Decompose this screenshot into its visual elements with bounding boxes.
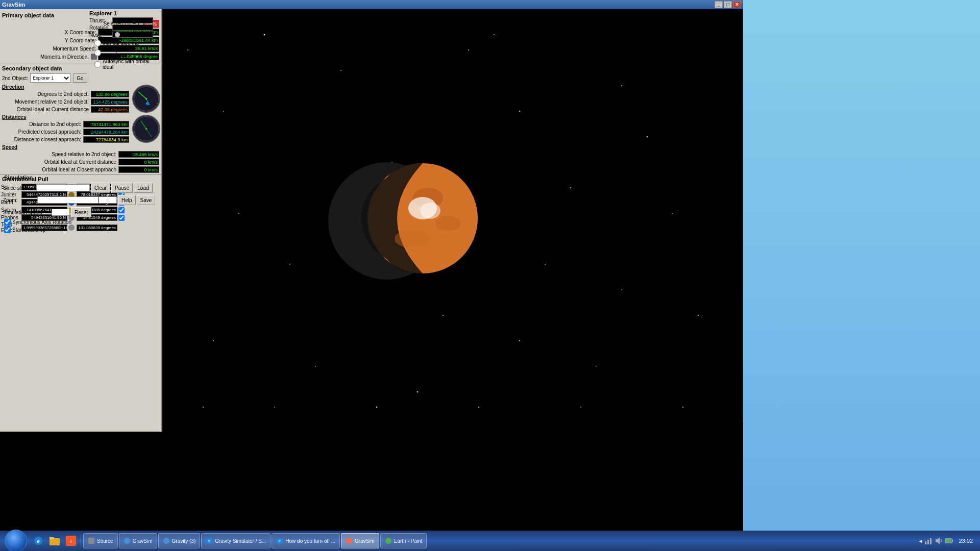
- load-button[interactable]: Load: [134, 183, 152, 193]
- autosync-movement-label: Autosync with movement: [103, 47, 156, 58]
- svg-point-24: [545, 264, 546, 265]
- svg-rect-68: [946, 539, 951, 542]
- start-orb: [5, 530, 27, 551]
- svg-point-17: [621, 85, 622, 86]
- svg-point-10: [223, 111, 224, 112]
- autosync-movement-radio[interactable]: [94, 49, 101, 56]
- stars-background: [162, 9, 743, 432]
- tray-expand[interactable]: ◄: [918, 538, 923, 544]
- network-icon: [924, 536, 933, 545]
- since-start-input[interactable]: 0 Yrs, 0 Days 1:50:54: [36, 184, 90, 191]
- svg-rect-63: [927, 540, 929, 544]
- reset-button[interactable]: Reset: [71, 207, 91, 217]
- sim-speed-row: Simulation speed: 0.02 Reset: [2, 206, 159, 218]
- distances-title: Distances: [0, 114, 131, 120]
- go-button[interactable]: Go: [73, 73, 87, 83]
- distances-area: Distances Distance to 2nd object: 787414…: [0, 114, 161, 144]
- svg-rect-50: [50, 537, 54, 539]
- movement-label: Movement relative to 2nd object:: [2, 99, 91, 105]
- help-button[interactable]: Help: [118, 195, 136, 205]
- taskbar: e ♪ Source GravSim Gravity (3) e Gravity…: [0, 531, 980, 551]
- titlebar-title: GravSim: [2, 2, 25, 8]
- save-button[interactable]: Save: [137, 195, 156, 205]
- sync-axis-checkbox[interactable]: [4, 219, 11, 226]
- rotation-label: Rotation:: [89, 25, 112, 31]
- svg-point-43: [435, 216, 461, 231]
- taskbar-btn-source[interactable]: Source: [83, 533, 118, 548]
- sync-axis-row[interactable]: Syncronious Axis Rotation: [2, 218, 159, 226]
- minimize-button[interactable]: _: [715, 1, 723, 8]
- svg-rect-62: [925, 541, 926, 544]
- steering-options: Manual steering Autosync with movement A…: [89, 39, 161, 71]
- second-obj-label: 2nd Object:: [2, 76, 28, 81]
- svg-point-16: [570, 187, 571, 188]
- svg-point-60: [346, 538, 352, 544]
- speed-rel-row: Speed relative to 2nd object: 18.466 km/…: [0, 151, 161, 158]
- sim-speed-label: Simulation speed:: [3, 210, 52, 215]
- zoom-value[interactable]: 0.038: [99, 196, 117, 204]
- taskbar-icon-ie[interactable]: e: [31, 533, 46, 548]
- zoom-label: Zoom:: [3, 197, 36, 203]
- taskbar-icon-music[interactable]: ♪: [63, 533, 79, 548]
- zoom-bar[interactable]: [37, 196, 99, 204]
- clear-button[interactable]: Clear: [91, 183, 110, 193]
- close-button[interactable]: ✕: [733, 1, 741, 8]
- autosync-orbital-row[interactable]: Autosync with orbital ideal: [94, 59, 156, 70]
- nose-dot: [115, 32, 120, 37]
- explorer-panel: Explorer 1 Thrust: Rotation: Nose:: [89, 10, 161, 71]
- nose-row: Nose:: [89, 32, 161, 38]
- svg-point-23: [494, 34, 495, 35]
- autosync-movement-row[interactable]: Autosync with movement: [94, 47, 156, 58]
- stars-backdrop-row[interactable]: StarsBackdrop: [2, 226, 159, 234]
- direction-title: Direction: [0, 84, 131, 90]
- svg-marker-65: [936, 537, 940, 544]
- taskbar-btn-gravity-sim[interactable]: e Gravity Simulator / S...: [201, 533, 271, 548]
- zoom-row: Zoom: 0.038 Help Save: [2, 194, 159, 206]
- svg-point-31: [519, 340, 520, 341]
- taskbar-label-gravsim: GravSim: [133, 538, 153, 544]
- taskbar-time: 23:02: [955, 537, 976, 545]
- thrust-bar: [112, 17, 153, 23]
- svg-point-61: [385, 538, 391, 544]
- taskbar-icon-folder[interactable]: [47, 533, 62, 548]
- movement-row: Movement relative to 2nd object: 114.425…: [0, 98, 131, 106]
- taskbar-label-gravsim-active: GravSim: [355, 538, 375, 544]
- orbital-row: Orbital Ideal at Current distance 42.08 …: [0, 106, 131, 113]
- second-object-row: 2nd Object: Explorer 1 Go: [0, 72, 161, 84]
- sim-speed-value[interactable]: 0.02: [52, 209, 70, 216]
- second-obj-select[interactable]: Explorer 1: [30, 73, 71, 83]
- svg-rect-53: [88, 538, 94, 544]
- movement-value: 114.425 degrees: [91, 98, 129, 105]
- svg-point-33: [203, 407, 204, 408]
- degrees-row: Degrees to 2nd object: 132.88 degrees: [0, 90, 131, 98]
- taskbar-btn-earth-paint[interactable]: Earth - Paint: [380, 533, 427, 548]
- manual-steering-radio[interactable]: [94, 40, 101, 46]
- svg-point-30: [417, 391, 419, 393]
- manual-steering-row[interactable]: Manual steering: [94, 40, 156, 46]
- taskbar-btn-gravsim[interactable]: GravSim: [119, 533, 157, 548]
- distance-compass: [132, 115, 160, 143]
- sync-axis-label: Syncronious Axis Rotation: [12, 219, 71, 225]
- nose-label: Nose:: [89, 32, 112, 38]
- svg-point-20: [289, 264, 290, 265]
- orbital-label: Orbital Ideal at Current distance: [2, 107, 91, 112]
- svg-point-12: [340, 70, 341, 71]
- pause-button[interactable]: Pause: [111, 183, 133, 193]
- start-button[interactable]: [2, 532, 30, 549]
- distance-value: 78741471.963 km: [83, 121, 129, 128]
- taskbar-label-gravity-sim: Gravity Simulator / S...: [215, 538, 266, 544]
- sys-tray: ◄: [918, 536, 954, 545]
- stars-backdrop-checkbox[interactable]: [4, 227, 11, 233]
- taskbar-btn-gravsim-active[interactable]: GravSim: [341, 533, 379, 548]
- orbital-cur-label: Orbital Ideal at Current distance: [2, 159, 118, 165]
- speed-rel-value: 18.466 km/s: [118, 151, 159, 158]
- taskbar-btn-gravity3[interactable]: Gravity (3): [158, 533, 201, 548]
- svg-point-36: [478, 407, 479, 408]
- autosync-orbital-radio[interactable]: [94, 61, 101, 68]
- predicted-label: Predicted closest approach:: [2, 129, 83, 135]
- taskbar-btn-howto[interactable]: e How do you turn off ...: [272, 533, 340, 548]
- taskbar-label-howto: How do you turn off ...: [285, 538, 335, 544]
- maximize-button[interactable]: □: [724, 1, 732, 8]
- svg-point-35: [376, 407, 378, 408]
- svg-point-19: [238, 213, 239, 214]
